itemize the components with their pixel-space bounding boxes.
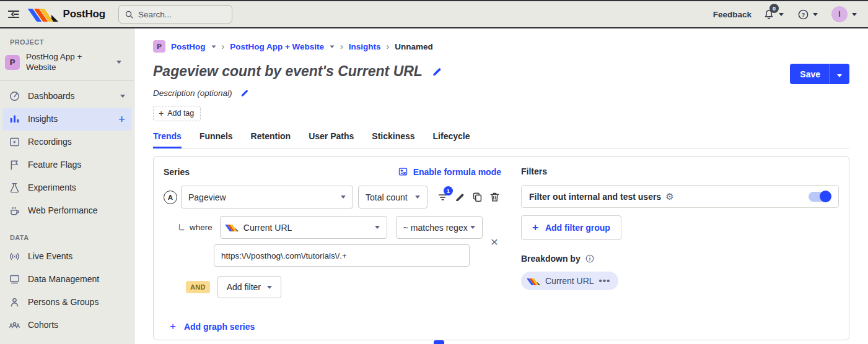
test-users-toggle[interactable] bbox=[809, 192, 831, 202]
series-row-a: A Pageview Total count 1 bbox=[164, 186, 501, 209]
sidebar-item-insights[interactable]: Insights + bbox=[2, 108, 131, 131]
sidebar-item-label: Dashboards bbox=[28, 91, 75, 101]
recordings-icon bbox=[9, 136, 20, 148]
new-insight-button[interactable]: + bbox=[118, 113, 125, 125]
series-delete-button[interactable] bbox=[488, 191, 501, 204]
sidebar-divider bbox=[0, 80, 134, 81]
flag-icon bbox=[9, 159, 20, 171]
coffee-icon bbox=[9, 205, 20, 217]
dashboard-icon bbox=[9, 90, 20, 102]
page-title: Pageview count by event's Current URL bbox=[153, 63, 423, 80]
edit-description-icon[interactable] bbox=[240, 88, 250, 98]
insights-icon bbox=[9, 113, 20, 125]
aggregation-select-value: Total count bbox=[366, 192, 408, 202]
series-filter-button[interactable]: 1 bbox=[436, 191, 449, 204]
add-filter-button[interactable]: Add filter bbox=[217, 276, 281, 298]
where-label: where bbox=[190, 223, 213, 232]
sidebar-item-feature-flags[interactable]: Feature Flags bbox=[2, 153, 131, 176]
add-graph-series-button[interactable]: + Add graph series bbox=[164, 320, 501, 333]
posthog-logo[interactable]: PostHog bbox=[32, 7, 105, 22]
formula-link-label: Enable formula mode bbox=[413, 167, 501, 177]
filter-count-badge: 1 bbox=[444, 186, 453, 196]
copy-icon bbox=[471, 191, 483, 203]
breadcrumb-project-badge: P bbox=[153, 40, 165, 53]
save-button[interactable]: Save bbox=[790, 64, 849, 84]
search-box[interactable] bbox=[118, 5, 232, 24]
sidebar-item-web-performance[interactable]: Web Performance bbox=[2, 199, 131, 222]
test-users-filter-row: Filter out internal and test users ⚙ bbox=[521, 185, 839, 208]
tab-retention[interactable]: Retention bbox=[251, 131, 291, 148]
breadcrumb-item-posthog[interactable]: PostHog bbox=[171, 42, 206, 51]
and-operator-badge: AND bbox=[186, 281, 210, 293]
collapse-sidebar-icon[interactable] bbox=[7, 7, 20, 21]
operator-select[interactable]: ~ matches regex bbox=[396, 216, 483, 239]
project-selector[interactable]: P PostHog App + Website bbox=[0, 49, 134, 75]
partial-element-below-fold bbox=[434, 340, 444, 344]
tab-funnels[interactable]: Funnels bbox=[199, 131, 233, 148]
enable-formula-mode-link[interactable]: Enable formula mode bbox=[398, 166, 501, 177]
data-section-label: DATA bbox=[10, 234, 124, 241]
event-select[interactable]: Pageview bbox=[181, 186, 353, 209]
sidebar-item-experiments[interactable]: Experiments bbox=[2, 176, 131, 199]
property-select[interactable]: Current URL bbox=[220, 216, 387, 239]
sidebar-item-partial[interactable] bbox=[2, 337, 131, 344]
sidebar-item-data-management[interactable]: Data Management bbox=[2, 268, 131, 291]
breadcrumb-item-insights[interactable]: Insights bbox=[349, 42, 381, 51]
sidebar-item-label: Experiments bbox=[28, 183, 76, 192]
info-icon[interactable] bbox=[585, 254, 595, 264]
posthog-logo-icon bbox=[32, 7, 58, 22]
sidebar: PROJECT P PostHog App + Website Dashboar… bbox=[0, 28, 134, 344]
help-button[interactable]: ? bbox=[797, 9, 818, 20]
svg-text:?: ? bbox=[802, 11, 805, 17]
breadcrumb-item-current: Unnamed bbox=[395, 42, 433, 51]
aggregation-select[interactable]: Total count bbox=[358, 186, 427, 209]
test-users-filter-label: Filter out internal and test users bbox=[529, 192, 661, 202]
account-menu[interactable]: I bbox=[831, 6, 857, 22]
breadcrumb: P PostHog › PostHog App + Website › Insi… bbox=[153, 40, 849, 53]
series-badge-a: A bbox=[164, 191, 177, 204]
tab-trends[interactable]: Trends bbox=[153, 131, 182, 148]
search-input[interactable] bbox=[138, 10, 219, 19]
search-icon bbox=[125, 10, 134, 19]
corner-arrow-icon bbox=[177, 223, 186, 232]
sidebar-item-cohorts[interactable]: Cohorts bbox=[2, 314, 131, 337]
sidebar-item-label: Recordings bbox=[28, 137, 72, 147]
regex-value-input[interactable] bbox=[214, 244, 470, 267]
plus-icon: + bbox=[532, 221, 538, 234]
remove-filter-icon[interactable]: × bbox=[491, 235, 498, 248]
sidebar-item-label: Web Performance bbox=[28, 205, 98, 215]
sidebar-item-label: Live Events bbox=[28, 251, 72, 261]
tab-lifecycle[interactable]: Lifecycle bbox=[433, 131, 470, 148]
insight-type-tabs: Trends Funnels Retention User Paths Stic… bbox=[153, 131, 849, 148]
property-filter-block: where Current URL ~ matches regex bbox=[164, 216, 501, 267]
sidebar-item-live-events[interactable]: Live Events bbox=[2, 245, 131, 268]
breakdown-by-label: Breakdown by bbox=[521, 254, 581, 264]
series-duplicate-button[interactable] bbox=[471, 191, 483, 204]
notification-count-badge: 0 bbox=[769, 4, 779, 13]
save-button-label[interactable]: Save bbox=[790, 69, 829, 79]
filters-panel: Filters Filter out internal and test use… bbox=[521, 166, 839, 330]
sidebar-item-recordings[interactable]: Recordings bbox=[2, 131, 131, 153]
sidebar-item-label: Feature Flags bbox=[28, 160, 81, 170]
main-content: P PostHog › PostHog App + Website › Insi… bbox=[134, 28, 868, 344]
breakdown-chip[interactable]: Current URL ••• bbox=[521, 272, 618, 290]
plus-icon: + bbox=[159, 108, 164, 118]
tab-stickiness[interactable]: Stickiness bbox=[372, 131, 414, 148]
more-options-icon[interactable]: ••• bbox=[599, 278, 611, 283]
posthog-property-icon bbox=[529, 277, 540, 285]
flask-icon bbox=[9, 182, 20, 194]
edit-title-icon[interactable] bbox=[431, 66, 443, 77]
live-events-icon bbox=[9, 251, 20, 262]
series-rename-button[interactable] bbox=[454, 191, 466, 204]
event-select-value: Pageview bbox=[188, 192, 226, 202]
add-filter-group-button[interactable]: + Add filter group bbox=[521, 215, 621, 240]
save-options-button[interactable] bbox=[830, 69, 849, 80]
tab-user-paths[interactable]: User Paths bbox=[309, 131, 354, 148]
gear-icon[interactable]: ⚙ bbox=[665, 192, 673, 201]
sidebar-item-persons-groups[interactable]: Persons & Groups bbox=[2, 291, 131, 314]
sidebar-item-dashboards[interactable]: Dashboards bbox=[2, 85, 131, 108]
add-tag-button[interactable]: + Add tag bbox=[153, 106, 201, 121]
feedback-link[interactable]: Feedback bbox=[713, 10, 752, 19]
breadcrumb-item-project[interactable]: PostHog App + Website bbox=[230, 42, 324, 51]
notifications-button[interactable]: 0 bbox=[763, 8, 785, 20]
